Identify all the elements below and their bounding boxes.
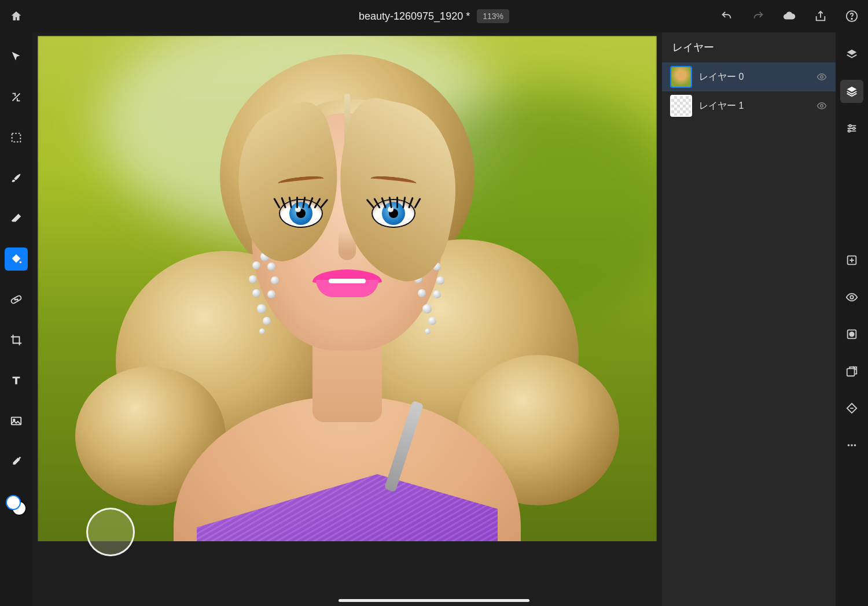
layer-item[interactable]: レイヤー 1 [662,91,836,120]
place-image-tool[interactable] [5,409,28,433]
selection-tool[interactable] [5,126,28,149]
canvas-pad [38,541,657,579]
svg-point-6 [17,299,18,300]
svg-point-3 [20,261,22,264]
svg-point-17 [849,332,854,336]
visibility-button[interactable] [840,286,863,309]
layer-visibility-toggle[interactable] [816,100,827,112]
svg-point-10 [821,105,823,108]
layer-name: レイヤー 1 [699,100,809,112]
heal-tool[interactable] [5,288,28,311]
canvas[interactable] [38,36,657,579]
eraser-tool[interactable] [5,207,28,230]
layers-detail-button[interactable] [840,80,863,103]
left-toolbar [0,32,32,606]
home-indicator [339,599,529,602]
svg-point-9 [821,76,823,79]
svg-point-1 [851,19,852,20]
fill-tool[interactable] [5,247,28,271]
crop-tool[interactable] [5,328,28,352]
svg-point-15 [850,295,854,299]
canvas-area[interactable] [32,32,662,606]
type-tool[interactable] [5,369,28,392]
more-button[interactable] [840,434,863,457]
touch-shortcut-circle[interactable] [86,508,135,556]
top-bar: beauty-1260975_1920 * 113% [0,0,868,32]
layer-item[interactable]: レイヤー 0 [662,62,836,91]
foreground-color-swatch[interactable] [6,495,21,510]
right-toolbar [836,32,868,606]
layers-panel-title: レイヤー [662,32,836,62]
mask-button[interactable] [840,323,863,346]
color-swatch[interactable] [6,495,27,516]
layers-compact-button[interactable] [840,43,863,66]
redo-button[interactable] [751,9,765,23]
layer-thumbnail[interactable] [670,95,692,117]
svg-point-20 [851,444,853,446]
svg-point-11 [849,125,851,127]
svg-rect-2 [12,134,21,142]
svg-point-19 [848,444,850,446]
layer-properties-button[interactable] [840,117,863,140]
transform-tool[interactable] [5,86,28,109]
zoom-badge[interactable]: 113% [477,9,509,23]
svg-rect-18 [847,368,855,376]
layer-name: レイヤー 0 [699,71,809,83]
svg-point-12 [853,127,855,130]
svg-point-13 [848,130,851,132]
layer-visibility-toggle[interactable] [816,71,827,83]
canvas-image-subject [64,38,631,570]
home-button[interactable] [9,9,23,23]
share-button[interactable] [814,9,827,23]
svg-point-5 [14,299,16,300]
delete-layer-button[interactable] [840,397,863,420]
eyedropper-tool[interactable] [5,450,28,473]
clip-button[interactable] [840,360,863,383]
document-title: beauty-1260975_1920 * [359,10,470,23]
layer-thumbnail[interactable] [670,66,692,88]
add-layer-button[interactable] [840,249,863,272]
layers-panel: レイヤー レイヤー 0 レイヤー 1 [662,32,836,606]
brush-tool[interactable] [5,167,28,190]
undo-button[interactable] [720,9,734,23]
move-tool[interactable] [5,45,28,68]
svg-point-21 [854,444,856,446]
help-button[interactable] [845,9,859,23]
cloud-button[interactable] [782,9,796,23]
